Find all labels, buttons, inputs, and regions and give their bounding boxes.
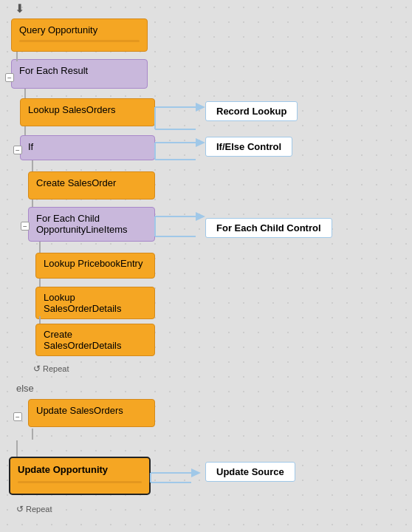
create-salesorder-details-label: CreateSalesOrderDetails: [44, 329, 122, 351]
svg-marker-1: [196, 103, 205, 112]
repeat-inner-label: Repeat: [43, 364, 69, 373]
for-each-result-block[interactable]: For Each Result: [11, 59, 148, 89]
update-salesorders-block[interactable]: Update SalesOrders: [28, 399, 155, 427]
repeat-outer-indicator: ↺ Repeat: [16, 504, 52, 514]
v-connector-7: [39, 279, 41, 287]
create-salesorder-details-block[interactable]: CreateSalesOrderDetails: [35, 324, 155, 356]
if-block[interactable]: If: [20, 135, 155, 160]
v-connector-9: [32, 429, 33, 440]
update-source-callout: Update Source: [205, 462, 295, 482]
for-each-child-callout-label: For Each Child Control: [216, 222, 321, 233]
lookup-salesorder-details-label: LookupSalesOrderDetails: [44, 292, 122, 314]
repeat-inner-icon: ↺: [33, 364, 41, 374]
collapse-if-icon[interactable]: −: [13, 146, 22, 154]
v-connector-8: [39, 316, 41, 324]
for-each-result-label: For Each Result: [19, 65, 88, 76]
v-connector-6: [39, 242, 41, 253]
download-icon[interactable]: ⬇: [15, 1, 24, 16]
update-opportunity-label: Update Opportunity: [18, 464, 108, 475]
v-connector-2: [24, 89, 26, 98]
lookup-salesorders-label: Lookup SalesOrders: [28, 104, 116, 115]
lookup-pricebook-block[interactable]: Lookup PricebookEntry: [35, 253, 155, 279]
svg-marker-5: [196, 138, 205, 147]
svg-marker-9: [196, 212, 205, 221]
update-source-callout-label: Update Source: [216, 466, 284, 477]
update-opportunity-block[interactable]: Update Opportunity: [9, 457, 151, 495]
create-salesorder-label: Create SalesOrder: [36, 177, 116, 188]
ifelse-control-callout: If/Else Control: [205, 137, 292, 157]
svg-marker-13: [191, 468, 201, 477]
lookup-salesorders-block[interactable]: Lookup SalesOrders: [20, 98, 155, 126]
v-connector-5: [32, 200, 33, 207]
for-each-child-callout: For Each Child Control: [205, 218, 332, 238]
query-opportunity-block[interactable]: Query Opportunity: [11, 18, 148, 52]
collapse-for-each-icon[interactable]: −: [5, 73, 14, 82]
create-salesorder-block[interactable]: Create SalesOrder: [28, 171, 155, 200]
query-opportunity-label: Query Opportunity: [19, 24, 97, 35]
v-connector-3: [24, 126, 26, 135]
lookup-salesorder-details-block[interactable]: LookupSalesOrderDetails: [35, 287, 155, 319]
repeat-outer-icon: ↺: [16, 504, 24, 514]
repeat-outer-label: Repeat: [26, 505, 52, 514]
ifelse-callout-label: If/Else Control: [216, 141, 281, 152]
else-label: else: [16, 383, 34, 394]
lookup-pricebook-label: Lookup PricebookEntry: [44, 258, 143, 269]
v-connector-1: [16, 52, 18, 61]
collapse-for-each-child-icon[interactable]: −: [21, 222, 30, 231]
for-each-child-block[interactable]: For Each ChildOpportunityLineItems: [28, 207, 155, 242]
record-lookup-callout-label: Record Lookup: [216, 106, 286, 117]
update-salesorders-label: Update SalesOrders: [36, 405, 123, 416]
v-connector-10: [16, 440, 18, 457]
for-each-child-label: For Each ChildOpportunityLineItems: [36, 213, 128, 235]
record-lookup-callout: Record Lookup: [205, 101, 298, 121]
v-connector-4: [32, 160, 33, 171]
if-label: If: [28, 141, 33, 152]
collapse-update-icon[interactable]: −: [13, 412, 22, 421]
repeat-inner-indicator: ↺ Repeat: [33, 364, 69, 374]
flow-diagram: ⬇ Query Opportunity For Each Result − Lo…: [0, 0, 412, 532]
